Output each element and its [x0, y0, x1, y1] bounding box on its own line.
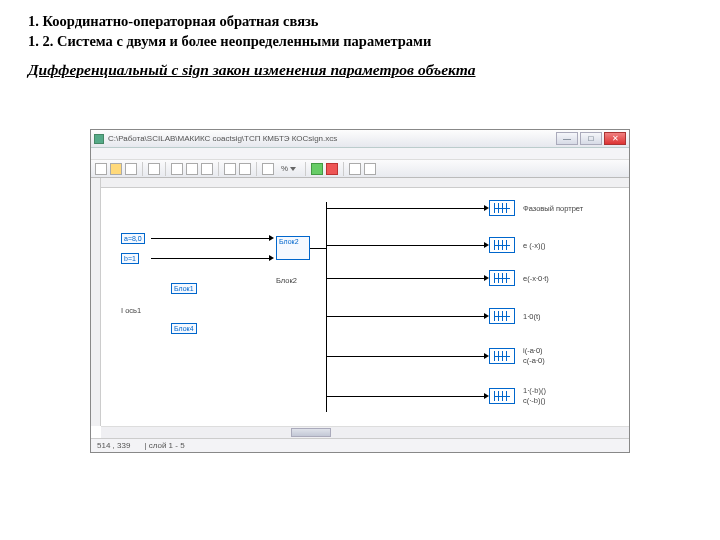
print-icon[interactable] — [148, 163, 160, 175]
center-block[interactable]: Блок2 — [276, 236, 310, 260]
cut-icon[interactable] — [171, 163, 183, 175]
scope-block-6[interactable] — [489, 388, 515, 404]
new-file-icon[interactable] — [95, 163, 107, 175]
scope-5-caption-a: i(-a·0) — [523, 346, 543, 355]
const-block-b[interactable]: b=1 — [121, 253, 139, 264]
wire — [326, 278, 486, 279]
diagram-canvas[interactable]: a=8,0 b=1 I ось1 Блок1 Блок4 Блок2 Блок2 — [91, 178, 629, 438]
scope-5-caption-b: c(-a·0) — [523, 356, 545, 365]
heading-1: 1. Координатно-операторная обратная связ… — [28, 12, 692, 32]
ruler-vertical — [91, 178, 101, 426]
stop-icon[interactable] — [326, 163, 338, 175]
status-coords: 514 , 339 — [97, 441, 130, 450]
statusbar: 514 , 339 | слой 1 - 5 — [91, 438, 629, 452]
menubar[interactable] — [91, 148, 629, 160]
separator — [142, 162, 143, 176]
paste-icon[interactable] — [201, 163, 213, 175]
wire — [326, 316, 486, 317]
app-icon — [94, 134, 104, 144]
const-block-a[interactable]: a=8,0 — [121, 233, 145, 244]
tool-icon[interactable] — [349, 163, 361, 175]
scope-block-2[interactable] — [489, 237, 515, 253]
separator — [256, 162, 257, 176]
zoom-percent[interactable]: % — [277, 164, 300, 173]
window-title: C:\Работа\SCILAB\МАКИКС coactsig\ТСП КМБ… — [108, 134, 552, 143]
wire — [310, 248, 326, 249]
block-1[interactable]: Блок1 — [171, 283, 197, 294]
wire — [326, 245, 486, 246]
maximize-button[interactable]: □ — [580, 132, 602, 145]
scope-1-caption: Фазовый портрет — [523, 204, 583, 213]
scope-block-5[interactable] — [489, 348, 515, 364]
status-layer: | слой 1 - 5 — [144, 441, 184, 450]
separator — [165, 162, 166, 176]
wire — [326, 356, 486, 357]
heading-2: 1. 2. Система с двумя и более неопределе… — [28, 32, 692, 52]
center-block-label: Блок2 — [276, 276, 297, 285]
scope-6-caption-a: 1·(-b)() — [523, 386, 546, 395]
zoom-fit-icon[interactable] — [262, 163, 274, 175]
chevron-down-icon — [290, 167, 296, 171]
clock-label: I ось1 — [121, 306, 141, 315]
scrollbar-thumb[interactable] — [291, 428, 331, 437]
separator — [343, 162, 344, 176]
close-button[interactable]: ✕ — [604, 132, 626, 145]
subtitle: Дифференциальный с sign закон изменения … — [28, 61, 692, 79]
separator — [218, 162, 219, 176]
scope-block-4[interactable] — [489, 308, 515, 324]
bus-wire — [326, 202, 327, 412]
scope-block-3[interactable] — [489, 270, 515, 286]
wire — [151, 258, 271, 259]
copy-icon[interactable] — [186, 163, 198, 175]
scope-3-caption: e(-x·0·t) — [523, 274, 549, 283]
wire — [326, 396, 486, 397]
horizontal-scrollbar[interactable] — [101, 426, 629, 438]
undo-icon[interactable] — [224, 163, 236, 175]
clock-block[interactable]: Блок4 — [171, 323, 197, 334]
tool-icon[interactable] — [364, 163, 376, 175]
open-file-icon[interactable] — [110, 163, 122, 175]
scope-block-1[interactable] — [489, 200, 515, 216]
titlebar: C:\Работа\SCILAB\МАКИКС coactsig\ТСП КМБ… — [91, 130, 629, 148]
redo-icon[interactable] — [239, 163, 251, 175]
separator — [305, 162, 306, 176]
scope-2-caption: e (-x)() — [523, 241, 546, 250]
arrow-icon — [269, 235, 274, 241]
save-icon[interactable] — [125, 163, 137, 175]
arrow-icon — [269, 255, 274, 261]
run-icon[interactable] — [311, 163, 323, 175]
app-window: C:\Работа\SCILAB\МАКИКС coactsig\ТСП КМБ… — [90, 129, 630, 453]
wire — [151, 238, 271, 239]
scope-4-caption: 1·0(t) — [523, 312, 541, 321]
scope-6-caption-b: c(·-b)() — [523, 396, 546, 405]
wire — [326, 208, 486, 209]
minimize-button[interactable]: — — [556, 132, 578, 145]
ruler-horizontal — [91, 178, 629, 188]
toolbar: % — [91, 160, 629, 178]
